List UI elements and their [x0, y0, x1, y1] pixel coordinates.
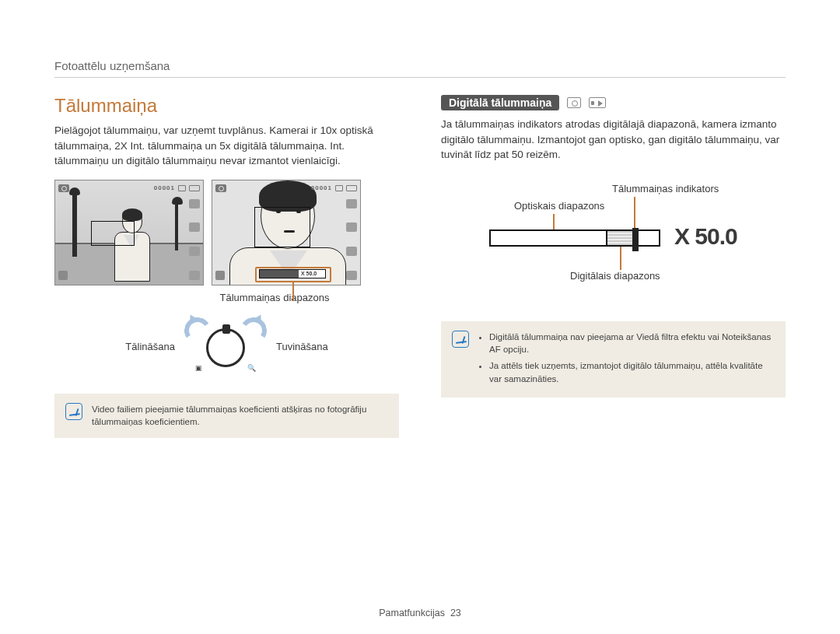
right-column: Digitālā tālummaiņa Ja tālummaiņas indik… [441, 95, 786, 438]
right-paragraph: Ja tālummaiņas indikators atrodas digitā… [441, 117, 786, 163]
note-icon [65, 403, 82, 420]
handshake-icon [215, 271, 225, 280]
zoom-value: X 50.0 [674, 223, 737, 250]
camera-mode-icon [58, 184, 69, 192]
camera-preview-group: 00001 [54, 180, 399, 285]
counter-value: 00001 [311, 184, 332, 191]
two-column-layout: Tālummaiņa Pielāgojot tālummaiņu, var uz… [54, 95, 786, 438]
zoom-cursor [632, 228, 639, 251]
handshake-icon [58, 271, 68, 280]
zoom-in-icon: 🔍 [247, 364, 256, 372]
zoom-indicator-figure: Tālummaiņas indikators Optiskais diapazo… [441, 183, 786, 299]
callout-leader [292, 282, 294, 301]
note-box: Video failiem pieejamie tālummaiņas koef… [54, 394, 399, 438]
zoom-dial-figure: Tālināšana ▣ 🔍 Tuvināšana [54, 317, 399, 377]
subheading-pill: Digitālā tālummaiņa [441, 95, 559, 110]
camera-icon [567, 97, 581, 108]
note-text: Video failiem pieejamie tālummaiņas koef… [92, 403, 388, 429]
note-icon [452, 331, 469, 348]
counter-value: 00001 [154, 184, 175, 191]
footer-page-number: 23 [450, 608, 461, 618]
intro-paragraph: Pielāgojot tālummaiņu, var uzņemt tuvplā… [54, 123, 399, 169]
camera-mode-icon [215, 184, 226, 192]
note-box: Digitālā tālummaiņa nav pieejama ar Vied… [441, 321, 786, 398]
section-title: Fotoattēlu uzņemšana [54, 59, 786, 78]
digital-range-label: Digitālais diapazons [570, 270, 660, 282]
camera-preview-wide: 00001 [54, 180, 204, 285]
video-icon [589, 97, 606, 108]
footer-label: Pamatfunkcijas [379, 608, 445, 618]
indicator-label: Tālummaiņas indikators [612, 183, 719, 194]
note-item: Ja attēls tiek uzņemts, izmantojot digit… [489, 359, 775, 385]
zoom-out-label: Tālināšana [125, 341, 175, 352]
optical-range-label: Optiskais diapazons [514, 200, 604, 212]
zoom-range-label: Tālummaiņas diapazons [193, 292, 356, 303]
zoom-in-label: Tuvināšana [276, 341, 328, 352]
left-column: Tālummaiņa Pielāgojot tālummaiņu, var uz… [54, 95, 399, 438]
zoom-dial-icon [206, 328, 245, 367]
note-item: Digitālā tālummaiņa nav pieejama ar Vied… [489, 331, 775, 356]
page: Fotoattēlu uzņemšana Tālummaiņa Pielāgoj… [0, 0, 840, 438]
zoom-out-icon: ▣ [195, 364, 202, 372]
zoom-bar [489, 229, 660, 247]
callout-zoom-range [255, 267, 331, 282]
page-footer: Pamatfunkcijas 23 [0, 608, 840, 618]
note-list: Digitālā tālummaiņa nav pieejama ar Vied… [478, 331, 775, 389]
page-title: Tālummaiņa [54, 95, 399, 117]
